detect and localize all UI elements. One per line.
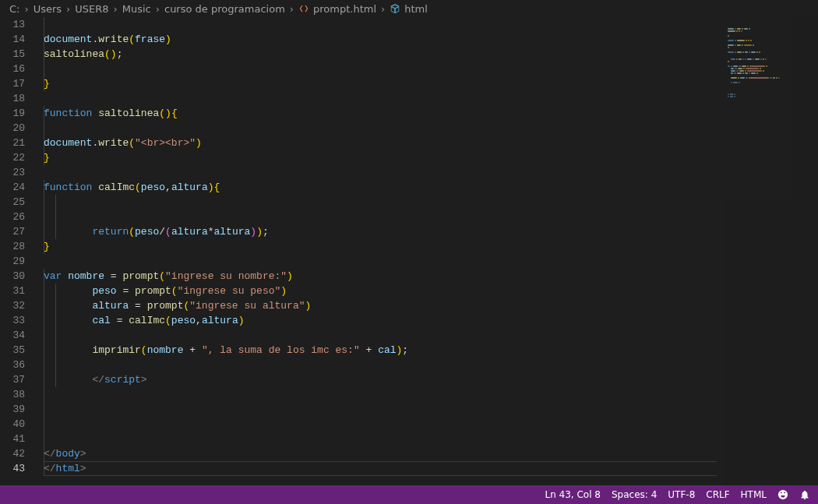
line-number: 20 <box>12 121 25 136</box>
minimap-line <box>725 50 818 51</box>
status-bar: Ln 43, Col 8 Spaces: 4 UTF-8 CRLF HTML <box>0 485 818 504</box>
minimap-line <box>725 85 818 86</box>
minimap-line <box>725 31 818 33</box>
code-line[interactable]: } <box>44 76 50 91</box>
code-line[interactable]: saltolinea(); <box>44 47 122 62</box>
breadcrumb-item[interactable]: Music <box>122 3 151 15</box>
chevron-right-icon: › <box>290 3 294 15</box>
line-number: 35 <box>12 343 25 358</box>
notifications-icon[interactable] <box>799 489 810 500</box>
minimap-line <box>725 59 818 61</box>
minimap-line <box>725 17 818 19</box>
line-number: 19 <box>12 106 25 121</box>
status-encoding[interactable]: UTF-8 <box>668 489 695 500</box>
symbol-icon <box>390 3 400 14</box>
code-line[interactable]: } <box>44 150 50 165</box>
line-number: 25 <box>12 195 25 210</box>
code-line[interactable]: peso = prompt("ingrese su peso") <box>44 284 287 298</box>
minimap-line <box>725 43 818 44</box>
code-line[interactable]: </script> <box>44 372 147 387</box>
minimap[interactable] <box>725 17 818 485</box>
line-number-gutter: 1314151617181920212223242526272829303132… <box>0 17 34 485</box>
status-cursor-position[interactable]: Ln 43, Col 8 <box>545 489 601 500</box>
minimap-line <box>725 33 818 35</box>
line-number: 33 <box>12 313 25 328</box>
line-number: 34 <box>12 328 25 343</box>
code-line[interactable]: function calImc(peso,altura){ <box>44 180 220 195</box>
line-number: 24 <box>12 180 25 195</box>
minimap-line <box>725 24 818 26</box>
code-line[interactable]: return(peso/(altura*altura)); <box>44 224 269 239</box>
active-line-highlight <box>44 461 717 476</box>
line-number: 38 <box>12 387 25 402</box>
line-number: 22 <box>12 150 25 165</box>
minimap-line <box>725 57 818 58</box>
line-number: 32 <box>12 298 25 313</box>
line-number: 41 <box>12 432 25 446</box>
code-line[interactable]: cal = calImc(peso,altura) <box>44 313 245 328</box>
line-number: 37 <box>12 372 25 387</box>
line-number: 18 <box>12 91 25 106</box>
chevron-right-icon: › <box>381 3 385 15</box>
minimap-line <box>725 87 818 89</box>
code-line[interactable]: document.write(frase) <box>44 32 171 47</box>
chevron-right-icon: › <box>114 3 118 15</box>
breadcrumb-item-file[interactable]: prompt.html <box>298 3 376 15</box>
line-number: 15 <box>12 47 25 62</box>
code-line[interactable]: </body> <box>44 446 86 461</box>
line-number: 14 <box>12 32 25 47</box>
code-line[interactable]: altura = prompt("ingrese su altura") <box>44 298 311 313</box>
breadcrumb-item-symbol[interactable]: html <box>390 3 428 15</box>
line-number: 40 <box>12 417 25 432</box>
code-line[interactable]: } <box>44 239 50 254</box>
minimap-line <box>725 55 818 56</box>
minimap-line <box>725 19 818 21</box>
code-line[interactable]: var nombre = prompt("ingrese su nombre:"… <box>44 269 293 284</box>
minimap-line <box>725 36 818 37</box>
line-number: 43 <box>12 461 25 476</box>
code-line[interactable]: imprimir(nombre + ", la suma de los imc … <box>44 343 408 358</box>
code-line[interactable]: function saltolinea(){ <box>44 106 178 121</box>
line-number: 31 <box>12 284 25 298</box>
breadcrumb-bar: C: › Users › USER8 › Music › curso de pr… <box>0 0 818 17</box>
chevron-right-icon: › <box>66 3 70 15</box>
line-number: 13 <box>12 17 25 32</box>
line-number: 26 <box>12 210 25 224</box>
chevron-right-icon: › <box>24 3 28 15</box>
chevron-right-icon: › <box>156 3 160 15</box>
code-line[interactable]: document.write("<br><br>") <box>44 136 202 150</box>
code-editor[interactable]: 1314151617181920212223242526272829303132… <box>0 17 818 485</box>
line-number: 29 <box>12 254 25 269</box>
minimap-line <box>725 73 818 75</box>
line-number: 16 <box>12 62 25 76</box>
line-number: 39 <box>12 402 25 417</box>
line-number: 36 <box>12 358 25 372</box>
code-area[interactable]: document.write(frase)saltolinea();}funct… <box>44 17 717 485</box>
line-number: 17 <box>12 76 25 91</box>
breadcrumb-item[interactable]: USER8 <box>75 3 108 15</box>
breadcrumb-item[interactable]: C: <box>9 3 19 15</box>
line-number: 30 <box>12 269 25 284</box>
breadcrumb-item[interactable]: curso de programaciom <box>164 3 285 15</box>
minimap-line <box>725 62 818 63</box>
line-number: 42 <box>12 446 25 461</box>
line-number: 21 <box>12 136 25 150</box>
breadcrumb-item[interactable]: Users <box>33 3 62 15</box>
minimap-line <box>725 22 818 23</box>
line-number: 28 <box>12 239 25 254</box>
code-line[interactable]: </html> <box>44 461 86 476</box>
feedback-icon[interactable] <box>777 489 788 500</box>
minimap-line <box>725 64 818 65</box>
status-eol[interactable]: CRLF <box>706 489 729 500</box>
line-number: 27 <box>12 224 25 239</box>
status-indentation[interactable]: Spaces: 4 <box>612 489 657 500</box>
status-language[interactable]: HTML <box>741 489 767 500</box>
line-number: 23 <box>12 165 25 180</box>
minimap-line <box>725 69 818 70</box>
minimap-line <box>725 48 818 49</box>
code-file-icon <box>298 3 309 14</box>
